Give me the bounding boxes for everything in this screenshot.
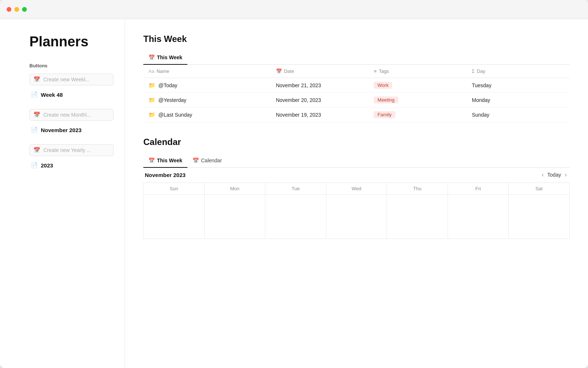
calendar-icon: 📅 <box>33 76 40 83</box>
close-button[interactable] <box>7 7 11 12</box>
sidebar-section-yearly: 📅 Create new Yearly ... 📄 2023 <box>29 144 114 171</box>
cell-date-lastsunday: November 19, 2023 <box>271 107 369 122</box>
next-month-button[interactable]: › <box>563 171 568 178</box>
sidebar-item-week48[interactable]: 📄 Week 48 <box>29 89 114 100</box>
main-content: This Week 📅 This Week Aa Name <box>125 19 588 368</box>
cell-date-today: November 21, 2023 <box>271 78 369 93</box>
sidebar-item-november2023[interactable]: 📄 November 2023 <box>29 124 114 135</box>
app-window: Planners Buttons 📅 Create new Weekl... 📄… <box>0 0 588 368</box>
tab-calendar-this-week[interactable]: 📅 This Week <box>143 155 187 168</box>
day-header-thu: Thu <box>387 183 448 195</box>
calendar-cell[interactable] <box>144 195 205 239</box>
section-label-buttons: Buttons <box>29 63 114 68</box>
cell-date-yesterday: November 20, 2023 <box>271 93 369 107</box>
calendar-days-header: Sun Mon Tue Wed Thu Fri Sat <box>143 183 570 195</box>
this-week-heading: This Week <box>143 34 570 44</box>
calendar-cell[interactable] <box>205 195 266 239</box>
row-icon-yesterday: 📁 <box>148 97 155 103</box>
col-header-date: 📅 Date <box>271 65 369 78</box>
cell-day-yesterday: Monday <box>467 93 540 107</box>
col-header-name: Aa Name <box>143 65 271 78</box>
tag-badge-family: Family <box>374 111 395 118</box>
row-icon-today: 📁 <box>148 82 155 89</box>
table-row[interactable]: 📁 @Last Sunday November 19, 2023 Family … <box>143 107 570 122</box>
cell-extra-today <box>540 78 570 93</box>
this-week-tabs: 📅 This Week <box>143 52 570 65</box>
day-header-wed: Wed <box>326 183 387 195</box>
day-header-tue: Tue <box>265 183 326 195</box>
calendar-nav: November 2023 ‹ Today › <box>143 168 570 183</box>
prev-month-button[interactable]: ‹ <box>540 171 545 178</box>
sidebar-section-monthly: 📅 Create new Monthl... 📄 November 2023 <box>29 109 114 135</box>
cell-day-lastsunday: Sunday <box>467 107 540 122</box>
tab-calendar-calendar[interactable]: 📅 Calendar <box>187 155 227 168</box>
row-icon-lastsunday: 📁 <box>148 112 155 118</box>
cell-extra-yesterday <box>540 93 570 107</box>
calendar-grid <box>143 195 570 239</box>
table-row[interactable]: 📁 @Today November 21, 2023 Work Tuesday <box>143 78 570 93</box>
col-header-day: Σ Day <box>467 65 540 78</box>
tab-calendar-this-week-icon: 📅 <box>148 158 155 163</box>
minimize-button[interactable] <box>14 7 19 12</box>
document-icon-yearly: 📄 <box>31 162 38 169</box>
calendar-cell[interactable] <box>387 195 448 239</box>
cell-name-yesterday: 📁 @Yesterday <box>143 93 271 107</box>
day-header-fri: Fri <box>448 183 509 195</box>
tab-this-week[interactable]: 📅 This Week <box>143 52 187 65</box>
maximize-button[interactable] <box>22 7 27 12</box>
cell-name-lastsunday: 📁 @Last Sunday <box>143 107 271 122</box>
tab-this-week-icon: 📅 <box>148 54 155 60</box>
create-monthly-button[interactable]: 📅 Create new Monthl... <box>29 109 114 121</box>
day-header-sat: Sat <box>509 183 570 195</box>
sidebar: Planners Buttons 📅 Create new Weekl... 📄… <box>0 19 125 368</box>
sidebar-section-weekly: 📅 Create new Weekl... 📄 Week 48 <box>29 74 114 100</box>
cell-extra-lastsunday <box>540 107 570 122</box>
tag-badge-work: Work <box>374 82 392 89</box>
calendar-section: Calendar 📅 This Week 📅 Calendar November… <box>143 137 570 239</box>
col-header-tags: ≡ Tags <box>369 65 467 78</box>
document-icon-monthly: 📄 <box>31 127 38 133</box>
day-header-sun: Sun <box>144 183 205 195</box>
calendar-cell[interactable] <box>448 195 509 239</box>
calendar-icon-monthly: 📅 <box>33 112 40 118</box>
cell-tag-today: Work <box>369 78 467 93</box>
calendar-cell[interactable] <box>509 195 570 239</box>
col-header-extra <box>540 65 570 78</box>
tab-calendar-calendar-icon: 📅 <box>193 158 199 163</box>
create-yearly-button[interactable]: 📅 Create new Yearly ... <box>29 144 114 156</box>
calendar-cell[interactable] <box>265 195 326 239</box>
calendar-heading: Calendar <box>143 137 570 147</box>
this-week-section: This Week 📅 This Week Aa Name <box>143 34 570 122</box>
day-header-mon: Mon <box>205 183 266 195</box>
calendar-cell[interactable] <box>326 195 387 239</box>
calendar-today-nav: ‹ Today › <box>540 171 568 178</box>
this-week-table: Aa Name 📅 Date <box>143 65 570 122</box>
today-button[interactable]: Today <box>547 172 561 178</box>
cell-name-today: 📁 @Today <box>143 78 271 93</box>
content-area: Planners Buttons 📅 Create new Weekl... 📄… <box>0 19 588 368</box>
cell-tag-lastsunday: Family <box>369 107 467 122</box>
tag-badge-meeting: Meeting <box>374 96 398 103</box>
table-row[interactable]: 📁 @Yesterday November 20, 2023 Meeting M… <box>143 93 570 107</box>
calendar-month-label: November 2023 <box>145 172 186 178</box>
calendar-icon-yearly: 📅 <box>33 147 40 153</box>
create-weekly-button[interactable]: 📅 Create new Weekl... <box>29 74 114 85</box>
cell-day-today: Tuesday <box>467 78 540 93</box>
sidebar-item-2023[interactable]: 📄 2023 <box>29 160 114 171</box>
page-title: Planners <box>29 34 114 50</box>
calendar-tabs: 📅 This Week 📅 Calendar <box>143 155 570 168</box>
document-icon: 📄 <box>31 91 38 98</box>
cell-tag-yesterday: Meeting <box>369 93 467 107</box>
titlebar <box>0 0 588 19</box>
